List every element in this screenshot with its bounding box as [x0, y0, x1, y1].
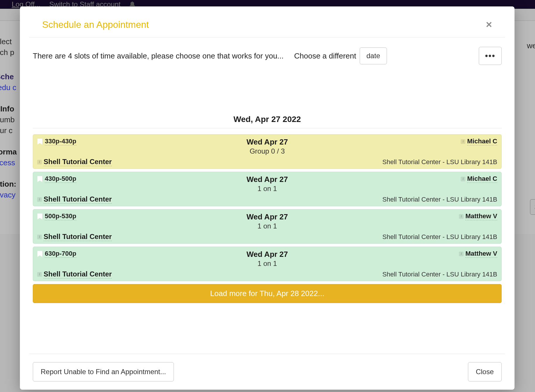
intro-row: There are 4 slots of time available, ple… [33, 47, 502, 65]
info-icon: i [37, 272, 42, 277]
intro-text: There are 4 slots of time available, ple… [33, 51, 284, 61]
schedule-appointment-modal: Schedule an Appointment ✕ There are 4 sl… [20, 6, 515, 390]
slot-center: Shell Tutorial Center [44, 195, 112, 204]
report-unable-button[interactable]: Report Unable to Find an Appointment... [33, 362, 174, 381]
modal-title: Schedule an Appointment [42, 19, 149, 30]
appointment-slot[interactable]: 430p-500p Wed Apr 27 1 on 1 i Michael C … [33, 172, 502, 206]
load-more-button[interactable]: Load more for Thu, Apr 28 2022... [33, 284, 502, 303]
slot-time: 630p-700p [45, 250, 76, 258]
date-heading: Wed, Apr 27 2022 [33, 115, 502, 128]
slot-staff: Matthew V [465, 212, 497, 220]
slot-location: Shell Tutorial Center - LSU Library 141B [382, 158, 497, 166]
slot-date: Wed Apr 27 [154, 175, 380, 184]
bookmark-icon [37, 138, 42, 145]
slot-date: Wed Apr 27 [154, 250, 380, 259]
slot-time: 330p-430p [45, 137, 76, 145]
more-options-button[interactable]: ••• [479, 47, 502, 65]
info-icon: i [37, 160, 42, 164]
appointment-slot[interactable]: 630p-700p Wed Apr 27 1 on 1 i Matthew V … [33, 247, 502, 281]
close-button[interactable]: Close [468, 362, 502, 381]
modal-header: Schedule an Appointment ✕ [29, 6, 505, 37]
bookmark-icon [37, 176, 42, 182]
slots-list: 330p-430p Wed Apr 27 Group 0 / 3 i Micha… [33, 134, 502, 281]
slot-time: 430p-500p [45, 175, 76, 183]
slot-type: 1 on 1 [154, 185, 380, 193]
slot-location: Shell Tutorial Center - LSU Library 141B [382, 271, 497, 278]
slot-staff: Michael C [467, 175, 497, 183]
appointment-slot[interactable]: 500p-530p Wed Apr 27 1 on 1 i Matthew V … [33, 209, 502, 244]
slot-staff: Michael C [467, 137, 497, 145]
info-icon: i [461, 139, 465, 144]
bookmark-icon [37, 213, 42, 220]
bookmark-icon [37, 251, 42, 257]
slot-location: Shell Tutorial Center - LSU Library 141B [382, 196, 497, 203]
slot-date: Wed Apr 27 [154, 212, 380, 221]
modal-body: There are 4 slots of time available, ple… [20, 37, 515, 321]
info-icon: i [37, 235, 42, 239]
slot-center: Shell Tutorial Center [44, 233, 112, 241]
slot-date: Wed Apr 27 [154, 137, 380, 147]
info-icon: i [459, 252, 464, 256]
slot-location: Shell Tutorial Center - LSU Library 141B [382, 233, 497, 241]
slot-type: 1 on 1 [154, 222, 380, 230]
slot-center: Shell Tutorial Center [44, 158, 112, 166]
info-icon: i [37, 197, 42, 202]
slot-type: 1 on 1 [154, 259, 380, 268]
slot-type: Group 0 / 3 [154, 147, 380, 155]
choose-label: Choose a different [294, 51, 356, 61]
modal-footer: Report Unable to Find an Appointment... … [29, 354, 505, 390]
info-icon: i [461, 177, 465, 181]
close-icon[interactable]: ✕ [486, 20, 492, 30]
appointment-slot[interactable]: 330p-430p Wed Apr 27 Group 0 / 3 i Micha… [33, 134, 502, 169]
info-icon: i [459, 214, 464, 219]
slot-center: Shell Tutorial Center [44, 270, 112, 278]
choose-date-button[interactable]: date [360, 47, 387, 64]
slot-time: 500p-530p [45, 212, 76, 220]
slot-staff: Matthew V [465, 250, 497, 258]
